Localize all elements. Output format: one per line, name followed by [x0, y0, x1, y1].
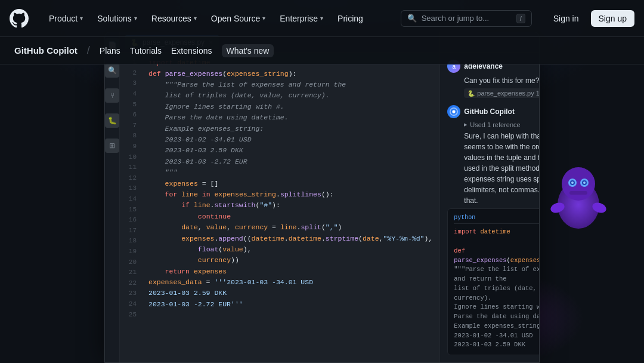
subnav: GitHub Copilot / Plans Tutorials Extensi… — [0, 37, 644, 64]
nav-resources[interactable]: Resources ▾ — [145, 10, 203, 27]
copilot-message: GitHub Copilot ▸ Used 1 reference Sure, … — [447, 105, 540, 355]
sidebar-search-icon[interactable]: 🔍 — [105, 63, 119, 78]
chevron-down-icon: ▾ — [194, 15, 197, 21]
robot-mascot — [549, 166, 608, 232]
editor-body: 12345 678910 1112131415 1617181920 21222… — [120, 53, 439, 362]
subnav-extensions[interactable]: Extensions — [171, 46, 212, 56]
nav-auth: Sign in Sign up — [546, 10, 634, 27]
chevron-down-icon: ▾ — [320, 15, 323, 21]
nav-pricing[interactable]: Pricing — [332, 10, 369, 27]
file-icon: 🐍 — [467, 90, 475, 97]
copilot-avatar — [447, 105, 460, 118]
search-icon: 🔍 — [407, 14, 417, 23]
subnav-whats-new[interactable]: What's new — [222, 44, 274, 57]
chevron-down-icon: ▾ — [134, 15, 137, 21]
svg-point-6 — [571, 182, 574, 184]
chevron-icon: ▸ — [464, 121, 467, 128]
chat-panel: ⊡ a adelevance Can you fix this for me? … — [439, 32, 540, 362]
svg-point-7 — [583, 182, 586, 184]
code-area: import datetime def parse_expenses(expen… — [141, 53, 439, 362]
code-block-header: python ⧉ ↓ ⋯ — [454, 214, 540, 224]
svg-point-11 — [453, 110, 456, 113]
svg-point-1 — [562, 167, 595, 201]
demo-container: 📄 🔍 ⑂ 🐛 ⊞ 🐍 parse_expenses.py ✕ 12345 67… — [104, 32, 540, 363]
sidebar-debug-icon[interactable]: 🐛 — [105, 113, 119, 128]
code-block: python ⧉ ↓ ⋯ import datetime def parse_e… — [447, 208, 540, 355]
subnav-separator: / — [87, 44, 90, 57]
copilot-reply: Sure, I can help with that. The issue se… — [447, 131, 540, 206]
chevron-down-icon: ▾ — [262, 15, 265, 21]
used-reference: ▸ Used 1 reference — [447, 121, 540, 128]
editor-sidebar: 📄 🔍 ⑂ 🐛 ⊞ — [105, 32, 120, 362]
navbar: Product ▾ Solutions ▾ Resources ▾ Open S… — [0, 0, 644, 37]
chevron-down-icon: ▾ — [80, 15, 83, 21]
signin-button[interactable]: Sign in — [546, 11, 586, 26]
slash-badge: / — [516, 14, 525, 23]
github-logo[interactable] — [10, 9, 29, 28]
user-message: a adelevance Can you fix this for me? 🐍 … — [447, 60, 540, 98]
demo-window: 📄 🔍 ⑂ 🐛 ⊞ 🐍 parse_expenses.py ✕ 12345 67… — [104, 32, 540, 363]
search-placeholder: Search or jump to... — [422, 14, 489, 23]
line-numbers: 12345 678910 1112131415 1617181920 21222… — [120, 53, 141, 362]
sidebar-git-icon[interactable]: ⑂ — [105, 88, 119, 103]
copilot-brand: GitHub Copilot — [14, 45, 78, 56]
nav-items: Product ▾ Solutions ▾ Resources ▾ Open S… — [43, 10, 391, 27]
search-box[interactable]: 🔍 Search or jump to... / — [401, 10, 532, 27]
copilot-msg-header: GitHub Copilot — [447, 105, 540, 118]
subnav-tutorials[interactable]: Tutorials — [130, 46, 162, 56]
subnav-plans[interactable]: Plans — [100, 46, 120, 56]
nav-opensource[interactable]: Open Source ▾ — [205, 10, 272, 27]
nav-solutions[interactable]: Solutions ▾ — [91, 10, 143, 27]
chat-messages: a adelevance Can you fix this for me? 🐍 … — [440, 53, 540, 362]
nav-enterprise[interactable]: Enterprise ▾ — [274, 10, 329, 27]
used-ref-label: Used 1 reference — [470, 121, 520, 128]
file-reference: 🐍 parse_expenses.py 1-30 — [464, 88, 540, 98]
user-question: Can you fix this for me? — [447, 75, 540, 86]
copilot-name: GitHub Copilot — [464, 107, 515, 116]
svg-rect-8 — [569, 191, 587, 195]
nav-product[interactable]: Product ▾ — [43, 10, 89, 27]
editor-main: 🐍 parse_expenses.py ✕ 12345 678910 11121… — [120, 32, 439, 362]
sidebar-extensions-icon[interactable]: ⊞ — [105, 139, 119, 153]
code-lang: python — [454, 214, 475, 221]
file-ref-label: parse_expenses.py 1-30 — [477, 90, 540, 97]
signup-button[interactable]: Sign up — [591, 10, 634, 27]
